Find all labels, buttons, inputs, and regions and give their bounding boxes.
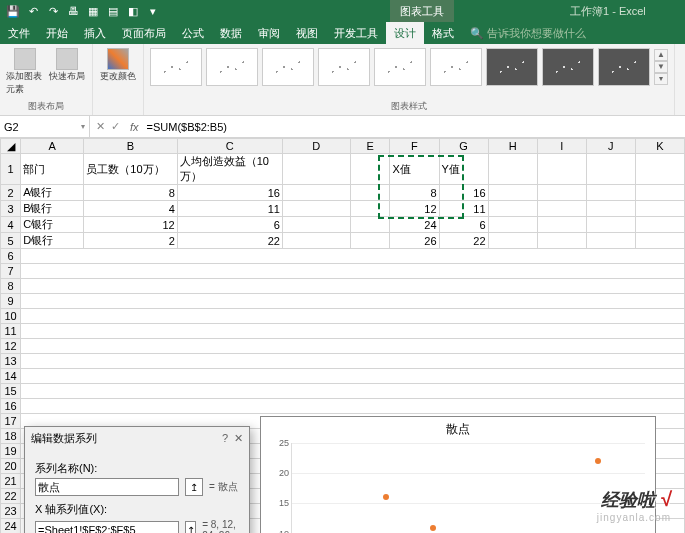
- data-point[interactable]: [430, 525, 436, 531]
- cell[interactable]: [21, 399, 685, 414]
- cell[interactable]: [537, 154, 586, 185]
- col-header[interactable]: H: [488, 139, 537, 154]
- tab-formulas[interactable]: 公式: [174, 22, 212, 44]
- cell[interactable]: 2: [84, 233, 177, 249]
- cell[interactable]: [537, 185, 586, 201]
- cell[interactable]: 6: [439, 217, 488, 233]
- cell[interactable]: 12: [390, 201, 439, 217]
- chart-style-thumb[interactable]: [262, 48, 314, 86]
- row-header[interactable]: 10: [1, 309, 21, 324]
- col-header[interactable]: J: [586, 139, 635, 154]
- gallery-scroll[interactable]: ▲▼▾: [654, 49, 668, 85]
- name-box[interactable]: G2: [0, 116, 90, 137]
- tab-format[interactable]: 格式: [424, 22, 462, 44]
- cell[interactable]: [635, 233, 684, 249]
- col-header[interactable]: E: [350, 139, 390, 154]
- qat-dropdown-icon[interactable]: ▾: [146, 4, 160, 18]
- range-selector-icon[interactable]: ↥: [185, 478, 203, 496]
- cell[interactable]: [586, 185, 635, 201]
- help-icon[interactable]: ?: [222, 432, 228, 445]
- chart-plot-area[interactable]: 0510152025051015202530: [291, 443, 645, 533]
- cell[interactable]: [21, 384, 685, 399]
- tab-insert[interactable]: 插入: [76, 22, 114, 44]
- cell[interactable]: [586, 201, 635, 217]
- chart-style-thumb[interactable]: [542, 48, 594, 86]
- cell[interactable]: [21, 354, 685, 369]
- tab-data[interactable]: 数据: [212, 22, 250, 44]
- row-header[interactable]: 2: [1, 185, 21, 201]
- row-header[interactable]: 24: [1, 519, 21, 534]
- row-header[interactable]: 14: [1, 369, 21, 384]
- cell[interactable]: [21, 339, 685, 354]
- qat-icon[interactable]: ▤: [106, 4, 120, 18]
- undo-icon[interactable]: ↶: [26, 4, 40, 18]
- col-header[interactable]: D: [282, 139, 350, 154]
- col-header[interactable]: K: [635, 139, 684, 154]
- cell[interactable]: 11: [439, 201, 488, 217]
- cell[interactable]: 6: [177, 217, 282, 233]
- select-all-corner[interactable]: ◢: [1, 139, 21, 154]
- cell[interactable]: 22: [439, 233, 488, 249]
- cell[interactable]: [21, 324, 685, 339]
- cell[interactable]: [488, 201, 537, 217]
- row-header[interactable]: 13: [1, 354, 21, 369]
- cell[interactable]: [488, 185, 537, 201]
- cell[interactable]: [537, 201, 586, 217]
- col-header[interactable]: G: [439, 139, 488, 154]
- cell[interactable]: 16: [439, 185, 488, 201]
- fx-icon[interactable]: fx: [126, 121, 143, 133]
- x-values-input[interactable]: [35, 521, 179, 533]
- col-header[interactable]: F: [390, 139, 439, 154]
- cell[interactable]: A银行: [21, 185, 84, 201]
- cell[interactable]: 8: [84, 185, 177, 201]
- cell[interactable]: [21, 309, 685, 324]
- tab-page-layout[interactable]: 页面布局: [114, 22, 174, 44]
- cell[interactable]: 11: [177, 201, 282, 217]
- chart-style-thumb[interactable]: [150, 48, 202, 86]
- add-chart-element-button[interactable]: 添加图表元素: [6, 48, 44, 96]
- cell[interactable]: [282, 185, 350, 201]
- cell[interactable]: 8: [390, 185, 439, 201]
- quick-layout-button[interactable]: 快速布局: [48, 48, 86, 96]
- cell[interactable]: 12: [84, 217, 177, 233]
- formula-input[interactable]: =SUM($B$2:B5): [143, 121, 685, 133]
- cell[interactable]: [488, 217, 537, 233]
- row-header[interactable]: 18: [1, 429, 21, 444]
- tab-design[interactable]: 设计: [386, 22, 424, 44]
- cell[interactable]: D银行: [21, 233, 84, 249]
- cell[interactable]: 22: [177, 233, 282, 249]
- close-icon[interactable]: ✕: [234, 432, 243, 445]
- switch-data-button[interactable]: 切换: [681, 48, 685, 83]
- cell[interactable]: [282, 233, 350, 249]
- row-header[interactable]: 16: [1, 399, 21, 414]
- cell[interactable]: [350, 217, 390, 233]
- redo-icon[interactable]: ↷: [46, 4, 60, 18]
- row-header[interactable]: 23: [1, 504, 21, 519]
- cell[interactable]: [21, 294, 685, 309]
- cell[interactable]: [635, 185, 684, 201]
- cell[interactable]: [350, 154, 390, 185]
- row-header[interactable]: 7: [1, 264, 21, 279]
- data-point[interactable]: [595, 458, 601, 464]
- change-colors-button[interactable]: 更改颜色: [99, 48, 137, 83]
- chart-title[interactable]: 散点: [261, 417, 655, 442]
- series-name-input[interactable]: [35, 478, 179, 496]
- cell[interactable]: [537, 217, 586, 233]
- cancel-formula-icon[interactable]: ✕: [96, 120, 105, 133]
- qat-icon[interactable]: ▦: [86, 4, 100, 18]
- cell[interactable]: [635, 154, 684, 185]
- cell[interactable]: [21, 369, 685, 384]
- cell[interactable]: [635, 201, 684, 217]
- col-header[interactable]: A: [21, 139, 84, 154]
- data-point[interactable]: [383, 494, 389, 500]
- chart-style-thumb[interactable]: [374, 48, 426, 86]
- cell[interactable]: [282, 154, 350, 185]
- cell[interactable]: B银行: [21, 201, 84, 217]
- chart-style-thumb[interactable]: [318, 48, 370, 86]
- chart-style-thumb[interactable]: [598, 48, 650, 86]
- col-header[interactable]: B: [84, 139, 177, 154]
- cell[interactable]: [21, 249, 685, 264]
- col-header[interactable]: C: [177, 139, 282, 154]
- chart-style-thumb[interactable]: [430, 48, 482, 86]
- row-header[interactable]: 21: [1, 474, 21, 489]
